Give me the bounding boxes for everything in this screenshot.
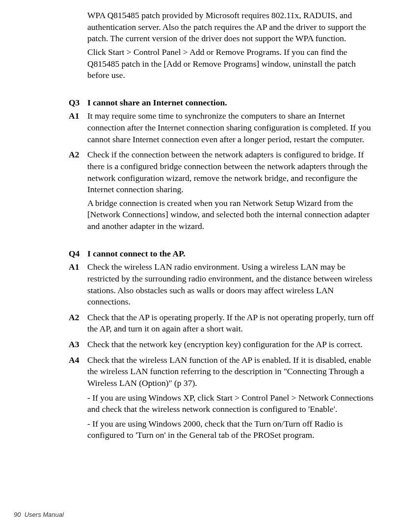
q4-row: Q4 I cannot connect to the AP.: [69, 248, 378, 260]
intro-label-spacer: [69, 10, 87, 83]
intro-p1: WPA Q815485 patch provided by Microsoft …: [87, 10, 378, 45]
intro-text: WPA Q815485 patch provided by Microsoft …: [87, 10, 378, 83]
q3-a2-label: A2: [69, 149, 87, 161]
q3-row: Q3 I cannot share an Internet connection…: [69, 97, 378, 109]
q3-a1-p1: It may require some time to synchronize …: [87, 110, 378, 145]
q3-a1-row: A1 It may require some time to synchroni…: [69, 110, 378, 147]
footer-title: Users Manual: [25, 511, 64, 518]
q4-a4-text: Check that the wireless LAN function of …: [87, 355, 378, 443]
content-column: WPA Q815485 patch provided by Microsoft …: [69, 10, 378, 443]
q3-a2-p2: A bridge connection is created when you …: [87, 198, 378, 232]
q4-title: I cannot connect to the AP.: [87, 248, 378, 260]
q3-title: I cannot share an Internet connection.: [87, 97, 378, 109]
q4-a2-row: A2 Check that the AP is operating proper…: [69, 312, 378, 337]
q4-a4-p1: Check that the wireless LAN function of …: [87, 355, 378, 389]
q4-a3-row: A3 Check that the network key (encryptio…: [69, 339, 378, 353]
intro-block: WPA Q815485 patch provided by Microsoft …: [69, 10, 378, 83]
q4-a3-label: A3: [69, 339, 87, 351]
page-body: WPA Q815485 patch provided by Microsoft …: [0, 0, 397, 443]
q4-a1-text: Check the wireless LAN radio environment…: [87, 261, 378, 310]
q4-a1-row: A1 Check the wireless LAN radio environm…: [69, 261, 378, 310]
page-number: 90: [14, 511, 21, 518]
q4-a4-row: A4 Check that the wireless LAN function …: [69, 355, 378, 443]
q4-a4-label: A4: [69, 355, 87, 366]
q4-a4-p2: - If you are using Windows XP, click Sta…: [87, 392, 378, 415]
q4-a1-label: A1: [69, 261, 87, 273]
q4-a3-text: Check that the network key (encryption k…: [87, 339, 378, 353]
q4-a1-p1: Check the wireless LAN radio environment…: [87, 261, 378, 308]
q3-a1-text: It may require some time to synchronize …: [87, 110, 378, 147]
q3-a2-row: A2 Check if the connection between the n…: [69, 149, 378, 234]
q3-a2-p1: Check if the connection between the netw…: [87, 149, 378, 196]
q3-label: Q3: [69, 97, 87, 109]
page-footer: 90 Users Manual: [14, 510, 64, 519]
q4-a2-text: Check that the AP is operating properly.…: [87, 312, 378, 337]
q4-a4-p3: - If you are using Windows 2000, check t…: [87, 418, 378, 441]
q4-label: Q4: [69, 248, 87, 260]
intro-p2: Click Start > Control Panel > Add or Rem…: [87, 47, 378, 81]
q4-a3-p1: Check that the network key (encryption k…: [87, 339, 378, 351]
q3-a1-label: A1: [69, 110, 87, 122]
q4-a2-label: A2: [69, 312, 87, 324]
q4-a2-p1: Check that the AP is operating properly.…: [87, 312, 378, 335]
q3-a2-text: Check if the connection between the netw…: [87, 149, 378, 234]
